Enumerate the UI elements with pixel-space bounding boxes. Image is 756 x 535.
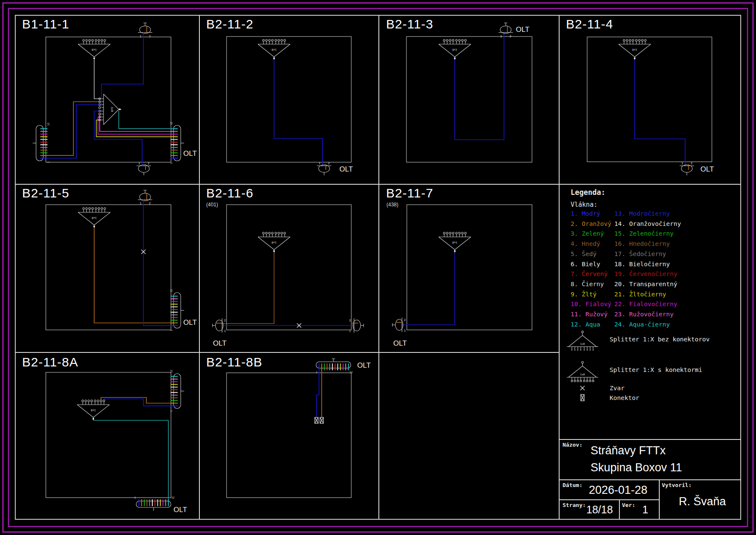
fiber-orange <box>101 397 174 403</box>
pin-label: 1 <box>138 162 140 165</box>
pin-label: 2 <box>149 35 151 38</box>
legend-fiber-20: 20. Transparentný <box>614 279 681 290</box>
legend-fiber-9: 9. Žltý <box>571 290 611 300</box>
titleblock-nazov-label: Názov: <box>563 442 582 448</box>
titleblock-strany-value: 18/18 <box>586 504 613 516</box>
fiber-cable-12-olt: 12 1 <box>170 289 184 331</box>
drop-cable-connector: 1 2 <box>138 190 152 205</box>
fiber-blue <box>101 33 143 108</box>
pin-label: 1 <box>681 162 683 165</box>
fiber-gray <box>94 60 101 99</box>
legend-fiber-8: 8. Čierny <box>571 279 611 290</box>
fiber-blue <box>104 399 174 406</box>
titleblock-datum-label: Dátum: <box>563 482 582 488</box>
drop-cable-connector: 1 2 <box>680 162 694 175</box>
panel-title-b2-11-6: B2-11-6 <box>206 186 254 200</box>
splitter-1x8: 1x8 <box>258 39 290 60</box>
fiber-orange <box>94 228 174 323</box>
panel-subtitle-b2-11-6: (401) <box>206 202 218 208</box>
splitter-apex-dot <box>93 58 95 59</box>
panel-b2-11-2: 1x8 1 2 <box>227 37 351 175</box>
titleblock-vytvoril-label: Vytvoril: <box>662 482 692 488</box>
splitter-label: 1x8 <box>272 241 277 244</box>
splitter-label: 1x8 <box>92 48 97 51</box>
fiber-cable-12: 12 1 <box>170 369 184 412</box>
panel-title-b2-11-8a: B2-11-8A <box>22 355 78 369</box>
olt-label: OLT <box>183 318 197 327</box>
panel-b2-11-3: 1x8 1 2 <box>406 23 532 162</box>
fiber-cable-12-olt: 12 1 <box>170 121 184 164</box>
splitter-label: 1x8 <box>92 216 97 220</box>
splice-box <box>407 205 532 330</box>
pin-label: 2 <box>510 35 511 38</box>
panel-b2-11-8b: 1 12 <box>227 359 353 498</box>
splice-box <box>46 372 171 498</box>
splitter-1x8: 1x8 <box>439 39 471 60</box>
panel-title-b2-11-5: B2-11-5 <box>22 186 70 200</box>
cable-end-label: 12 <box>170 289 173 292</box>
splitter-apex-dot <box>92 418 94 420</box>
cable-end-label: 1 <box>134 496 136 499</box>
panel-b2-11-7: 1x8 2 1 <box>392 205 532 332</box>
splitter-label: 1x8 <box>632 48 637 51</box>
pin-label: 1 <box>404 329 406 332</box>
panel-b2-11-8a: 1x8 12 1 <box>46 369 184 511</box>
legend-fiber-5: 5. Šedý <box>571 249 611 259</box>
cable-end-label: 12 <box>170 121 173 125</box>
legend-konektor-icon <box>581 394 584 401</box>
legend-fiber-6: 6. Biely <box>571 259 611 270</box>
cable-end-label: 1 <box>316 371 317 374</box>
pin-label: 2 <box>349 319 351 322</box>
fiber-aqua <box>93 420 168 499</box>
pin-label: 2 <box>404 318 406 322</box>
titleblock-strany-label: Strany: <box>563 502 586 508</box>
legend-konektor-label: Konektor <box>610 394 639 401</box>
olt-label: OLT <box>174 506 187 514</box>
panel-title-b1-11-1: B1-11-1 <box>22 17 70 31</box>
splitter-apex-dot <box>454 251 456 252</box>
pin-label: 2 <box>148 162 149 165</box>
cable-end-label: 12 <box>171 496 175 499</box>
splice-box <box>227 205 351 330</box>
legend-splitter-with-connectors: 1x8 <box>567 361 598 382</box>
schematic-sheet: 1x8 1x8 1 2 1 2 <box>0 0 756 535</box>
fiber-blue <box>635 60 685 166</box>
fiber-orange <box>48 102 101 156</box>
cable-end-label: 1 <box>170 329 173 331</box>
splitter-apex-dot <box>119 109 121 110</box>
drop-cable-connector: 1 2 <box>498 23 513 38</box>
konektor-symbol <box>320 417 323 423</box>
splice-box <box>406 37 532 162</box>
legend-splitter-conn-label: Splitter 1:X s konektormi <box>610 366 702 373</box>
fiber-blue <box>274 60 322 166</box>
cable-end-label: 12 <box>47 122 50 126</box>
drop-cable-connector: 1 2 <box>137 162 151 175</box>
pin-label: 1 <box>500 35 502 38</box>
panel-b1-11-1: 1x8 1x8 1 2 1 2 <box>33 23 184 175</box>
drop-cable-connector: 1 2 <box>317 162 331 175</box>
splitter-apex-dot <box>273 58 275 59</box>
cable-end-label: 12 <box>170 369 173 373</box>
legend-splitter-no-conn-label: Splitter 1:X bez konektorov <box>610 336 710 343</box>
pin-label: 2 <box>149 202 151 205</box>
titleblock-vytvoril-value: R. Švaňa <box>679 495 726 508</box>
splice-box <box>227 37 351 162</box>
legend-fiber-10: 10. Fialový <box>571 299 611 310</box>
legend-fiber-column-2: 13. Modročierny 14. Oranžovočierny 15. Z… <box>614 209 681 329</box>
splitter-1x8: 1x8 <box>77 400 109 420</box>
cable-end-label: 1 <box>170 162 173 164</box>
panel-b2-11-4: 1x8 1 2 <box>587 37 712 175</box>
splitter-1x8: 1x8 <box>78 39 110 60</box>
titleblock-datum-value: 2026-01-28 <box>589 484 647 497</box>
fiber-blue <box>94 111 142 166</box>
splitter-label: 1x8 <box>452 241 457 244</box>
splitter-apex-dot <box>273 251 275 252</box>
cable-end-label: 1 <box>170 410 173 412</box>
titleblock-ver-value: 1 <box>642 504 648 516</box>
splice-box <box>46 37 171 162</box>
pin-label: 1 <box>140 202 141 205</box>
splitter-apex-dot <box>634 58 636 59</box>
legend-section-vlakna: Vlákna: <box>571 201 597 208</box>
panel-title-b2-11-3: B2-11-3 <box>386 17 434 31</box>
legend-fiber-19: 19. Červenočierny <box>614 269 681 279</box>
